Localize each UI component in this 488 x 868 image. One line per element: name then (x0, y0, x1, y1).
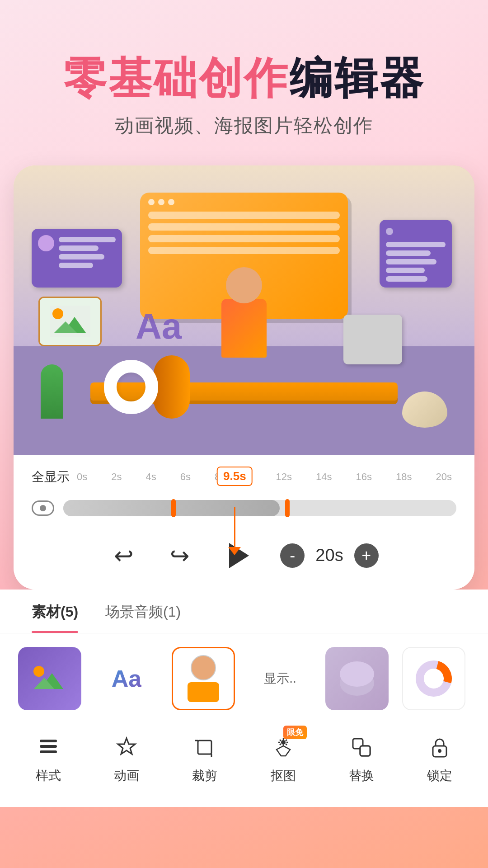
playhead-stem (234, 507, 235, 548)
style-icon (34, 733, 63, 762)
asset-landscape-inner (18, 647, 81, 710)
browser-dots (140, 193, 348, 212)
browser-line (148, 235, 340, 242)
asset-more-label[interactable]: 显示.. (249, 670, 312, 687)
animate-icon (112, 733, 141, 762)
card-line (59, 254, 104, 259)
assets-row: Aa 显示.. (0, 633, 488, 724)
card-avatar (38, 235, 54, 251)
svg-line-21 (280, 740, 281, 741)
undo-button[interactable]: ↩ (109, 541, 138, 570)
asset-landscape[interactable] (18, 647, 81, 710)
svg-line-23 (286, 740, 287, 741)
tool-lock[interactable]: 锁定 (410, 733, 469, 784)
bottom-section: 素材(5) 场景音频(1) Aa (0, 590, 488, 807)
card-lines (59, 237, 116, 268)
time-16s: 16s (356, 471, 371, 483)
redo-button[interactable]: ↪ (165, 541, 194, 570)
dot1 (148, 199, 155, 205)
time-12s: 12s (276, 471, 291, 483)
char-asset-body (188, 682, 219, 702)
tab-materials[interactable]: 素材(5) (18, 590, 92, 633)
svg-rect-10 (40, 745, 57, 748)
dot3 (168, 199, 174, 205)
scrubber-handle-left[interactable] (171, 499, 176, 517)
char-head (226, 267, 262, 303)
playhead-arrow (228, 547, 241, 555)
lock-svg-icon (428, 736, 451, 759)
svg-point-31 (438, 749, 441, 753)
time-20s: 20s (436, 471, 451, 483)
duration-minus-button[interactable]: - (280, 543, 305, 568)
svg-point-8 (340, 661, 374, 687)
style-label: 样式 (36, 767, 61, 784)
asset-text[interactable]: Aa (95, 647, 158, 710)
dot-icon (386, 228, 393, 235)
preview-area[interactable]: Aa (14, 165, 474, 455)
purple-card-left (32, 229, 122, 288)
lock-icon (425, 733, 454, 762)
main-card: Aa 全显示 0s 2s 4s 6s 8s · (14, 165, 474, 590)
scrubber-container[interactable]: 9.5s (32, 490, 456, 526)
undo-icon: ↩ (114, 542, 134, 569)
svg-point-1 (52, 308, 63, 319)
tab-materials-label: 素材(5) (32, 604, 78, 620)
svg-point-4 (33, 666, 44, 677)
header-section: 零基础创作编辑器 动画视频、海报图片轻松创作 (0, 0, 488, 165)
browser-line (148, 247, 340, 254)
tool-cutout[interactable]: 限免 抠图 (254, 733, 313, 784)
character-figure (208, 267, 280, 385)
svg-marker-12 (118, 738, 135, 754)
duration-value: 20s (315, 546, 343, 565)
asset-char-inner (173, 648, 234, 709)
svg-line-24 (280, 744, 281, 745)
image-card (38, 297, 102, 346)
cutout-icon-container: 限免 (269, 733, 298, 762)
title-colored-part: 零基础创作 (63, 54, 289, 102)
free-badge: 限免 (283, 726, 307, 739)
landscape-svg (50, 306, 90, 337)
cutout-svg-icon (272, 736, 295, 759)
svg-rect-11 (40, 750, 57, 753)
asset-shape1[interactable] (325, 647, 389, 710)
tab-audio[interactable]: 场景音频(1) (92, 590, 194, 633)
landscape-asset-icon (32, 664, 68, 693)
scrubber-handle-right[interactable] (285, 499, 290, 517)
playhead[interactable]: 9.5s (228, 486, 241, 535)
donut-segment (409, 654, 458, 703)
tool-animate[interactable]: 动画 (97, 733, 156, 784)
cylinder (154, 355, 190, 419)
card-line (59, 263, 93, 268)
tool-replace[interactable]: 替换 (332, 733, 391, 784)
animate-label: 动画 (114, 767, 139, 784)
play-button[interactable] (221, 540, 253, 571)
monitor (343, 315, 402, 364)
time-6s: 6s (180, 471, 191, 483)
cutout-label: 抠图 (271, 767, 296, 784)
replace-svg-icon (350, 736, 373, 759)
browser-line (148, 212, 340, 219)
time-18s: 18s (396, 471, 412, 483)
char-asset-head (191, 655, 216, 680)
card-line (386, 259, 436, 264)
asset-character[interactable] (172, 647, 235, 710)
tool-crop[interactable]: 裁剪 (175, 733, 234, 784)
time-14s: 14s (316, 471, 332, 483)
visibility-icon[interactable] (32, 500, 54, 516)
shape1-icon (337, 658, 377, 699)
duration-plus-button[interactable]: + (354, 543, 379, 568)
card-line (386, 242, 446, 247)
tool-style[interactable]: 样式 (19, 733, 78, 784)
redo-icon: ↪ (170, 542, 190, 569)
tab-audio-label: 场景音频(1) (105, 604, 181, 620)
svg-point-16 (281, 740, 286, 745)
more-text: 显示.. (264, 670, 296, 687)
donut-asset-icon (416, 660, 452, 697)
playhead-time-bubble: 9.5s (217, 467, 253, 486)
browser-lines (140, 212, 348, 254)
scrubber-track[interactable]: 9.5s (63, 500, 456, 516)
asset-shape2[interactable] (402, 647, 465, 710)
letter-aa: Aa (136, 306, 182, 347)
style-svg-icon (37, 736, 60, 759)
browser-line (148, 223, 340, 231)
